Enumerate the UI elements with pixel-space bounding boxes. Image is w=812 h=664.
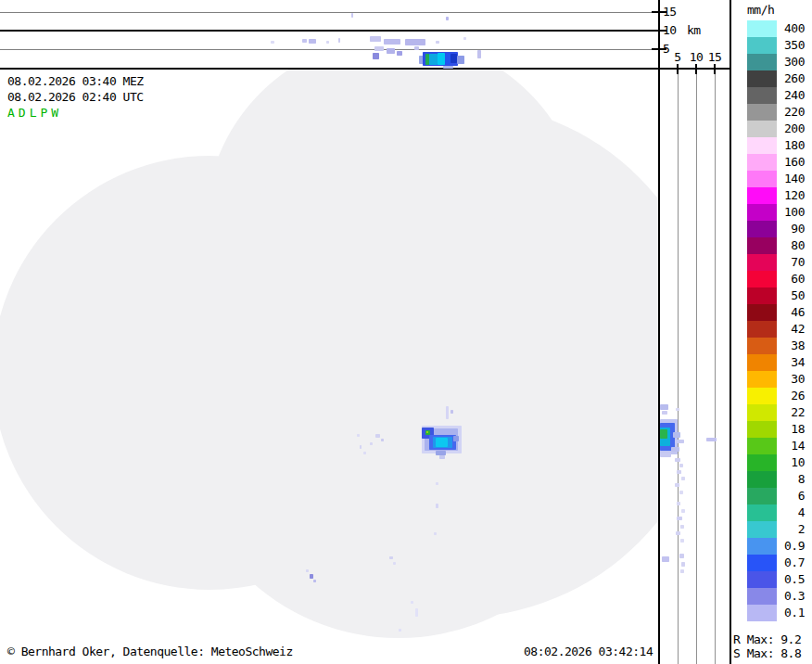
- echo-pixel: [351, 13, 353, 18]
- echo-pixel: [680, 539, 684, 543]
- echo-pixel: [370, 36, 381, 42]
- radar-display: 15 10 km 5 5 10 15 08.02.2026 03:40 MEZ …: [0, 0, 812, 664]
- altitude-gridline-5km: [0, 49, 658, 50]
- legend-band-label: 34: [773, 356, 805, 369]
- echo-pixel: [302, 39, 307, 43]
- echo-pixel: [681, 477, 685, 480]
- altitude-label-10: 10: [663, 24, 677, 37]
- legend-band-label: 0.7: [773, 556, 805, 569]
- legend-band-label: 18: [773, 423, 805, 436]
- range-tick-10: [695, 64, 697, 74]
- range-gridline-15: [715, 70, 716, 664]
- echo-pixel: [660, 429, 667, 439]
- legend-band-label: 50: [773, 289, 805, 302]
- echo-pixel: [450, 54, 457, 63]
- legend-title: mm/h: [747, 4, 774, 17]
- echo-pixel: [679, 554, 684, 558]
- echo-pixel: [309, 39, 316, 44]
- legend-band-label: 350: [773, 39, 805, 52]
- range-label-10: 10: [688, 51, 704, 64]
- altitude-unit-km: km: [687, 24, 701, 37]
- render-timestamp: 08:02.2026 03:42:14: [524, 645, 653, 658]
- echo-pixel: [680, 569, 684, 573]
- echo-pixel: [373, 53, 379, 59]
- legend-band-label: 60: [773, 273, 805, 286]
- legend-band-label: 46: [773, 306, 805, 319]
- legend-band-label: 22: [773, 406, 805, 419]
- radar-map: [0, 70, 658, 664]
- echo-pixel: [423, 52, 458, 66]
- echo-pixel: [660, 453, 671, 457]
- range-gridline-10: [696, 70, 697, 664]
- echo-pixel: [419, 56, 425, 64]
- legend-band-label: 70: [773, 256, 805, 269]
- legend-band-label: 200: [773, 122, 805, 135]
- legend-band-label: 100: [773, 206, 805, 219]
- legend-band-label: 400: [773, 22, 805, 35]
- echo-pixel: [405, 39, 425, 45]
- legend-band-label: 42: [773, 323, 805, 336]
- map-right-border: [658, 0, 660, 664]
- echo-pixel: [463, 37, 466, 40]
- echo-pixel: [326, 41, 329, 44]
- r-max-value: R Max: 9.2: [733, 633, 801, 646]
- range-tick-15: [714, 64, 716, 74]
- echo-pixel: [675, 440, 684, 443]
- legend-band-label: 2: [773, 523, 805, 536]
- echo-pixel: [681, 509, 685, 513]
- echo-pixel: [680, 525, 684, 529]
- range-gridline-5: [678, 70, 679, 664]
- panel-divider-line: [0, 68, 730, 70]
- echo-pixel: [446, 17, 449, 20]
- legend-band-label: 160: [773, 156, 805, 169]
- echo-pixel: [384, 39, 400, 45]
- echo-pixel: [477, 50, 481, 58]
- echo-pixel: [660, 423, 675, 451]
- altitude-gridline-15km: [0, 12, 658, 13]
- legend-band-label: 180: [773, 139, 805, 152]
- legend: mm/h 40035030026024022020018016014012010…: [730, 0, 812, 664]
- legend-band-label: 0.1: [773, 607, 805, 619]
- echo-pixel: [457, 56, 464, 64]
- echo-pixel: [662, 411, 667, 415]
- legend-band-label: 80: [773, 239, 805, 252]
- legend-band-label: 38: [773, 339, 805, 352]
- legend-band-label: 0.3: [773, 590, 805, 603]
- datetime-utc: 08.02.2026 02:40 UTC: [7, 91, 144, 104]
- echo-pixel: [679, 464, 683, 467]
- legend-band-label: 140: [773, 172, 805, 185]
- station-code: ADLPW: [7, 107, 62, 120]
- legend-band-label: 26: [773, 389, 805, 402]
- legend-band-label: 220: [773, 106, 805, 119]
- legend-band-label: 0.5: [773, 573, 805, 586]
- echo-pixel: [425, 54, 429, 65]
- echo-pixel: [271, 41, 274, 44]
- legend-band-label: 260: [773, 72, 805, 85]
- echo-pixel: [397, 51, 402, 56]
- echo-pixel: [445, 54, 450, 64]
- legend-band-label: 120: [773, 189, 805, 202]
- legend-band-label: 10: [773, 456, 805, 469]
- s-max-value: S Max: 8.8: [733, 647, 801, 660]
- legend-band-label: 300: [773, 56, 805, 69]
- range-label-5: 5: [669, 51, 686, 64]
- legend-band-label: 0.9: [773, 540, 805, 553]
- legend-band-label: 6: [773, 490, 805, 503]
- legend-band-label: 240: [773, 89, 805, 102]
- range-tick-5: [677, 64, 679, 74]
- echo-pixel: [338, 38, 340, 43]
- echo-pixel: [673, 432, 680, 438]
- range-label-15: 15: [706, 51, 723, 64]
- legend-band-label: 30: [773, 373, 805, 386]
- altitude-label-15: 15: [663, 6, 677, 19]
- echo-pixel: [681, 562, 685, 567]
- altitude-line-10km: [0, 30, 658, 32]
- legend-band-label: 8: [773, 473, 805, 486]
- legend-band-label: 90: [773, 223, 805, 236]
- echo-pixel: [436, 41, 439, 44]
- legend-band-label: 14: [773, 440, 805, 453]
- coverage-circle-3: [178, 197, 619, 638]
- echo-pixel: [429, 54, 438, 65]
- echo-pixel: [660, 428, 670, 446]
- echo-pixel: [660, 404, 668, 410]
